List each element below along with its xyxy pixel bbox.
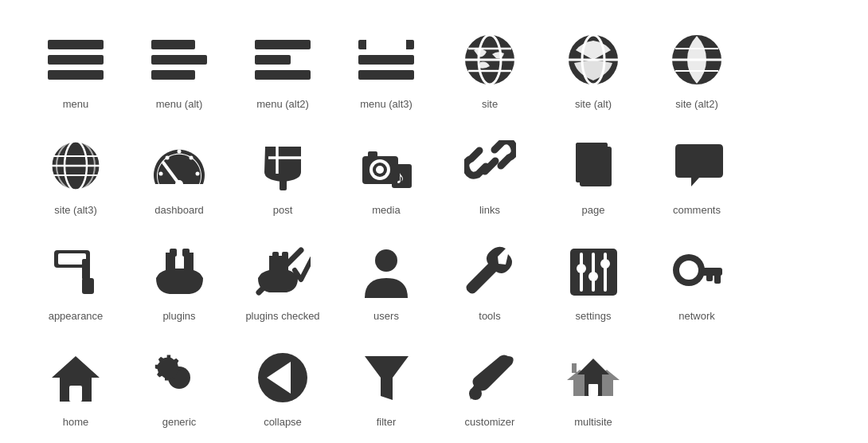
settings-icon <box>561 240 625 304</box>
svg-rect-0 <box>48 40 104 49</box>
tools-icon <box>458 240 522 304</box>
site-alt3-label: site (alt3) <box>54 204 96 216</box>
collapse-icon <box>251 346 315 410</box>
svg-line-48 <box>485 161 495 171</box>
icon-item-collapse: collapse <box>235 346 330 428</box>
comments-label: comments <box>673 204 721 216</box>
icon-item-plugins-checked: plugins checked <box>235 240 330 322</box>
icon-item-users: users <box>338 240 434 322</box>
icon-item-appearance: appearance <box>28 240 123 322</box>
generic-icon <box>147 346 211 410</box>
links-icon <box>458 134 522 198</box>
icon-item-filter: filter <box>338 346 434 428</box>
site-alt2-label: site (alt2) <box>675 98 717 110</box>
icon-item-media: ♪ media <box>338 134 434 216</box>
site-icon <box>458 28 522 92</box>
svg-rect-54 <box>58 253 86 265</box>
multisite-icon <box>561 346 625 410</box>
svg-point-37 <box>178 149 182 153</box>
plugins-icon <box>147 240 211 304</box>
media-label: media <box>372 204 400 216</box>
appearance-label: appearance <box>49 310 104 322</box>
svg-rect-83 <box>588 384 598 396</box>
network-label: network <box>678 310 715 322</box>
icon-item-site-alt: site (alt) <box>545 28 641 110</box>
icon-item-customizer: customizer <box>442 346 538 428</box>
svg-rect-12 <box>366 40 406 49</box>
icon-item-dashboard: dashboard <box>131 134 227 216</box>
dashboard-label: dashboard <box>154 204 203 216</box>
svg-rect-57 <box>170 249 177 257</box>
plugins-label: plugins <box>162 310 195 322</box>
svg-point-34 <box>175 180 183 188</box>
svg-point-68 <box>588 272 598 281</box>
svg-rect-58 <box>182 249 190 257</box>
plugins-checked-label: plugins checked <box>245 310 319 322</box>
filter-label: filter <box>377 416 397 428</box>
svg-rect-56 <box>82 278 94 294</box>
icon-item-site-alt2: site (alt2) <box>649 28 745 110</box>
page-label: page <box>582 204 605 216</box>
icon-item-network: network <box>649 240 745 322</box>
post-label: post <box>273 204 293 216</box>
svg-text:♪: ♪ <box>396 167 405 187</box>
svg-point-39 <box>196 171 200 175</box>
users-icon <box>354 240 418 304</box>
menu-alt-icon <box>147 28 211 92</box>
icon-item-site-alt3: site (alt3) <box>28 134 123 216</box>
svg-rect-55 <box>82 259 90 280</box>
icon-item-site: site <box>442 28 538 110</box>
svg-rect-10 <box>358 55 414 65</box>
site-alt2-icon <box>665 28 729 92</box>
dashboard-icon <box>147 134 211 198</box>
svg-rect-7 <box>255 55 291 65</box>
svg-rect-6 <box>255 40 311 49</box>
svg-rect-3 <box>151 40 195 49</box>
svg-rect-5 <box>151 70 195 80</box>
site-alt3-icon <box>44 134 108 198</box>
svg-rect-76 <box>69 386 82 402</box>
icon-item-generic: generic <box>131 346 227 428</box>
customizer-label: customizer <box>465 416 515 428</box>
site-alt-label: site (alt) <box>575 98 612 110</box>
menu-alt3-icon <box>354 28 418 92</box>
svg-point-44 <box>376 166 384 174</box>
svg-rect-4 <box>151 55 207 65</box>
icon-item-menu-alt3: menu (alt3) <box>338 28 434 110</box>
svg-rect-74 <box>706 274 713 281</box>
svg-rect-73 <box>714 274 721 284</box>
collapse-label: collapse <box>264 416 302 428</box>
svg-rect-8 <box>255 70 311 80</box>
svg-rect-45 <box>368 151 377 158</box>
svg-rect-1 <box>48 55 104 65</box>
users-label: users <box>373 310 399 322</box>
svg-rect-2 <box>48 70 104 80</box>
icon-grid: menu menu (alt) menu (alt2) <box>0 0 868 443</box>
menu-alt2-icon <box>251 28 315 92</box>
icon-item-links: links <box>442 134 538 216</box>
filter-icon <box>354 346 418 410</box>
svg-point-79 <box>469 387 482 400</box>
menu-label: menu <box>63 98 89 110</box>
customizer-icon <box>458 346 522 410</box>
home-icon <box>44 346 108 410</box>
home-label: home <box>63 416 89 428</box>
icon-item-home: home <box>28 346 123 428</box>
post-icon <box>251 134 315 198</box>
icon-item-post: post <box>235 134 330 216</box>
site-alt-icon <box>561 28 625 92</box>
generic-label: generic <box>162 416 197 428</box>
multisite-label: multisite <box>574 416 612 428</box>
svg-point-62 <box>375 249 397 272</box>
icon-item-menu-alt2: menu (alt2) <box>235 28 330 110</box>
menu-icon <box>44 28 108 92</box>
svg-rect-84 <box>572 363 577 373</box>
svg-point-38 <box>190 155 194 159</box>
svg-point-35 <box>159 171 163 175</box>
menu-alt3-label: menu (alt3) <box>360 98 412 110</box>
settings-label: settings <box>576 310 612 322</box>
icon-item-tools: tools <box>442 240 538 322</box>
icon-item-menu-alt: menu (alt) <box>131 28 227 110</box>
icon-item-multisite: multisite <box>545 346 641 428</box>
svg-point-71 <box>679 261 698 280</box>
